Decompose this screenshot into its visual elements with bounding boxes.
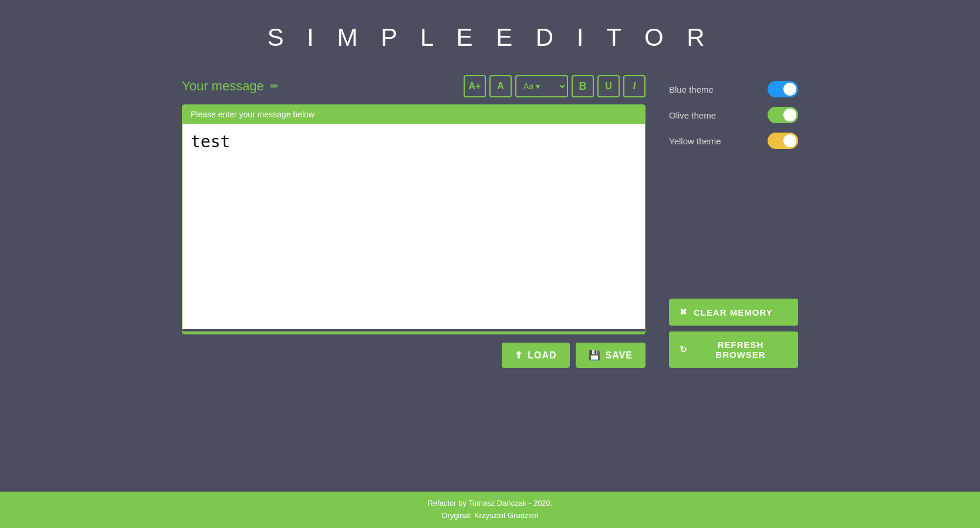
clear-memory-icon: ✖	[680, 307, 688, 317]
footer: Refactor by Tomasz Dańczak - 2020. Orygi…	[0, 492, 980, 528]
save-button[interactable]: 💾 SAVE	[576, 343, 646, 368]
textarea-bottom-border	[183, 331, 645, 334]
theme-row-yellow: Yellow theme	[669, 133, 798, 149]
yellow-theme-toggle[interactable]	[768, 133, 798, 149]
load-icon: ⬆	[515, 350, 523, 361]
edit-icon[interactable]: ✏	[270, 80, 279, 93]
increase-font-button[interactable]: A+	[464, 75, 486, 97]
clear-memory-button[interactable]: ✖ CLEAR MEMORY	[669, 299, 798, 326]
underline-button[interactable]: U	[597, 75, 620, 97]
textarea-wrapper: Please enter your message below test	[182, 104, 646, 334]
theme-row-blue: Blue theme	[669, 81, 798, 97]
editor-section: Your message ✏ A+ A Aa ▾ Small Medium La…	[138, 75, 842, 368]
refresh-browser-button[interactable]: ↻ REFRESH BROWSER	[669, 331, 798, 368]
blue-theme-label: Blue theme	[669, 84, 714, 94]
sidebar-buttons: ✖ CLEAR MEMORY ↻ REFRESH BROWSER	[669, 299, 798, 368]
editor-header: Your message ✏ A+ A Aa ▾ Small Medium La…	[182, 75, 646, 97]
app-title: S I M P L E E D I T O R	[267, 23, 712, 52]
sidebar: Blue theme Olive theme Yellow theme	[669, 75, 798, 368]
toolbar: A+ A Aa ▾ Small Medium Large B	[464, 75, 646, 97]
bold-button[interactable]: B	[572, 75, 594, 97]
font-size-dropdown[interactable]: Aa ▾ Small Medium Large	[515, 75, 568, 97]
editor-container: Your message ✏ A+ A Aa ▾ Small Medium La…	[182, 75, 646, 368]
olive-theme-toggle[interactable]	[768, 107, 798, 123]
refresh-icon: ↻	[680, 344, 688, 355]
save-icon: 💾	[589, 350, 601, 361]
footer-text: Refactor by Tomasz Dańczak - 2020. Orygi…	[6, 497, 974, 522]
theme-row-olive: Olive theme	[669, 107, 798, 123]
decrease-font-button[interactable]: A	[489, 75, 512, 97]
message-textarea[interactable]: test	[183, 124, 645, 329]
yellow-theme-label: Yellow theme	[669, 136, 721, 146]
main-content: S I M P L E E D I T O R Your message ✏ A…	[0, 0, 980, 492]
blue-theme-toggle[interactable]	[768, 81, 798, 97]
buttons-row: ⬆ LOAD 💾 SAVE	[182, 343, 646, 368]
message-label: Your message ✏	[182, 79, 279, 94]
olive-theme-label: Olive theme	[669, 110, 716, 120]
italic-button[interactable]: I	[623, 75, 646, 97]
placeholder-bar: Please enter your message below	[183, 105, 645, 124]
theme-section: Blue theme Olive theme Yellow theme	[669, 81, 798, 149]
load-button[interactable]: ⬆ LOAD	[502, 343, 569, 368]
